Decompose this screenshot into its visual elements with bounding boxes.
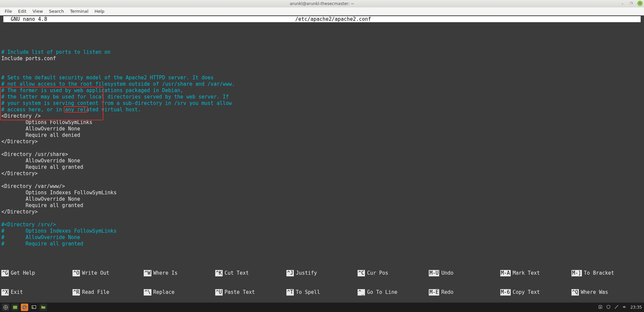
editor-line: #<Directory /srv/> [1,222,642,228]
shortcut-label: Paste Text [225,289,255,296]
editor-line [1,177,642,183]
shortcut-key: ^K [215,270,223,276]
shortcut-key: ^\ [144,289,151,296]
editor-line: # Include list of ports to listen on [1,49,642,55]
update-tray-icon[interactable] [598,305,603,310]
shortcut-label: Copy Text [513,289,540,296]
nano-shortcut: M-AMark Text [500,270,571,276]
shortcut-key: ^U [215,289,223,296]
editor-line: # The former is used by web applications… [1,87,642,94]
show-desktop-button[interactable] [11,304,19,311]
nano-shortcut: ^QWhere Was [571,289,643,296]
menu-terminal[interactable]: Terminal [67,8,91,14]
menubar: File Edit View Search Terminal Help [0,7,644,15]
nano-status [619,16,639,22]
nano-editor-body[interactable]: # Include list of ports to listen onIncl… [0,22,644,257]
editor-line [1,145,642,151]
shortcut-key: ^G [1,270,9,276]
nano-shortcut: ^WWhere Is [144,270,215,276]
shortcut-label: Cut Text [225,270,249,276]
maximize-button[interactable] [629,1,634,6]
editor-line: <Directory /> [1,113,642,119]
nano-shortcut: ^UPaste Text [215,289,286,296]
editor-line: # not allow access to the root filesyste… [1,81,642,87]
nano-shortcut-bar: ^GGet Help^OWrite Out^WWhere Is^KCut Tex… [0,257,644,303]
nano-shortcut: ^JJustify [286,270,358,276]
shortcut-label: Exit [11,289,23,296]
editor-line: # access here, or in any related virtual… [1,107,642,113]
editor-line: </Directory> [1,139,642,145]
shortcut-label: Mark Text [513,270,540,276]
shortcut-key: ^J [286,270,294,276]
shortcut-key: ^T [286,289,294,296]
sound-tray-icon[interactable] [622,305,627,310]
shortcut-key: M-] [571,270,582,276]
editor-line: Require all denied [1,132,642,139]
menu-file[interactable]: File [2,8,15,14]
editor-line: AllowOverride None [1,126,642,132]
shortcut-label: Replace [153,289,175,296]
terminal-task-button[interactable] [30,304,38,311]
nano-shortcut: ^OWrite Out [73,270,144,276]
shortcut-key: M-6 [500,289,511,296]
editor-line: # Options Indexes FollowSymLinks [1,228,642,234]
close-button[interactable] [637,1,643,6]
nano-shortcut: ^TTo Spell [286,289,358,296]
window-controls [620,1,643,6]
nano-shortcut: ^RRead File [73,289,144,296]
editor-line: </Directory> [1,170,642,177]
nano-shortcut: ^\Replace [144,289,215,296]
shortcut-label: Write Out [82,270,109,276]
nano-shortcut: M-]To Bracket [571,270,643,276]
editor-line: # the latter may be used for local direc… [1,94,642,100]
editor-line: Include ports.conf [1,55,642,62]
shortcut-label: Where Is [153,270,178,276]
shortcut-key: M-A [500,270,511,276]
svg-rect-1 [13,306,17,309]
window-titlebar: arunkl@arunkl-thesecmaster: ~ [0,0,644,7]
panel-clock[interactable]: 23:35 [630,305,642,310]
editor-line: Options Indexes FollowSymLinks [1,190,642,196]
nano-shortcut: ^XExit [1,289,73,296]
nano-shortcut: M-UUndo [429,270,500,276]
minimize-button[interactable] [620,1,625,6]
nano-version: GNU nano 4.8 [5,16,47,22]
nano-filename: /etc/apache2/apache2.conf [47,16,619,22]
window-title: arunkl@arunkl-thesecmaster: ~ [290,1,354,6]
menu-help[interactable]: Help [92,8,107,14]
network-tray-icon[interactable] [614,305,619,310]
file-manager-task-button[interactable] [40,304,47,311]
shortcut-label: Get Help [11,270,35,276]
editor-line: # Require all granted [1,241,642,247]
shortcut-label: Where Was [581,289,608,296]
shortcut-key: ^C [358,270,365,276]
editor-line: # AllowOverride None [1,234,642,241]
nano-shortcut: M-ERedo [429,289,500,296]
menu-search[interactable]: Search [46,8,67,14]
menu-view[interactable]: View [30,8,46,14]
shortcut-label: Undo [441,270,453,276]
editor-line [1,62,642,68]
shield-tray-icon[interactable] [606,305,611,310]
editor-line: <Directory /var/www/> [1,183,642,190]
shortcut-key: ^W [144,270,151,276]
shortcut-key: ^X [1,289,9,296]
shortcut-key: M-U [429,270,439,276]
shortcut-label: To Spell [296,289,320,296]
nano-shortcut: ^CCur Pos [358,270,429,276]
firefox-launcher[interactable] [21,304,28,311]
shortcut-key: M-E [429,289,439,296]
shortcut-label: Cur Pos [367,270,388,276]
start-menu-button[interactable] [2,304,9,311]
svg-rect-3 [32,306,36,309]
nano-shortcut: ^GGet Help [1,270,73,276]
editor-line: # your system is serving content from a … [1,100,642,107]
nano-header-bar: GNU nano 4.8 /etc/apache2/apache2.conf [3,16,641,22]
shortcut-key: ^O [73,270,80,276]
editor-line: AllowOverride None [1,158,642,164]
nano-shortcut: ^KCut Text [215,270,286,276]
editor-line: Require all granted [1,202,642,209]
menu-edit[interactable]: Edit [15,8,29,14]
editor-line [1,215,642,222]
editor-line: Options FollowSymLinks [1,119,642,126]
